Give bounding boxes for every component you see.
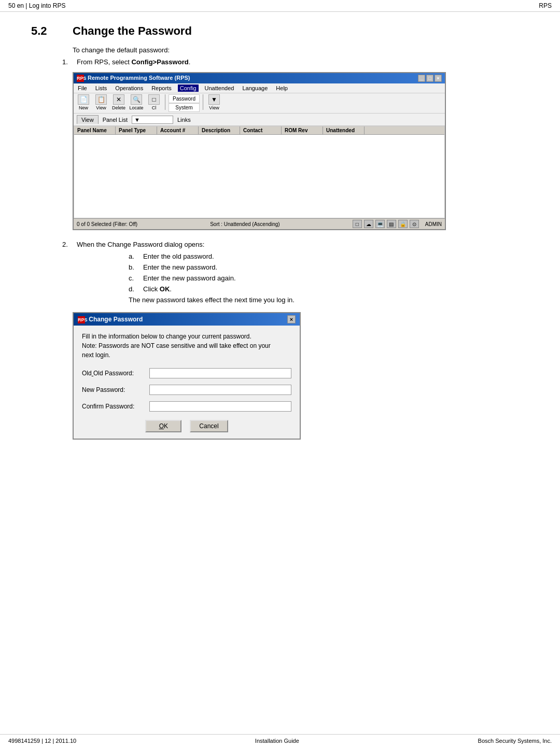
sub-step-c: c. Enter the new password again. bbox=[129, 274, 295, 282]
rps-menubar: File Lists Operations Reports Config Una… bbox=[74, 83, 445, 93]
toolbar-delete[interactable]: ✕ Delete bbox=[111, 94, 127, 110]
status-icon-4: ▤ bbox=[387, 220, 396, 228]
dialog-wrapper: RPS Change Password × Fill in the inform… bbox=[73, 312, 529, 440]
menu-language[interactable]: Language bbox=[240, 84, 270, 92]
dialog-body: Fill in the information below to change … bbox=[74, 326, 300, 439]
links-label: Links bbox=[177, 117, 191, 123]
sub-step-b-label: b. bbox=[129, 263, 139, 271]
col-panel-name: Panel Name bbox=[74, 126, 116, 134]
minimize-button[interactable]: _ bbox=[418, 75, 425, 82]
section-number: 5.2 bbox=[31, 24, 73, 38]
old-password-label: Old Old Password: bbox=[82, 370, 149, 377]
menu-file[interactable]: File bbox=[76, 84, 89, 92]
col-unattended: Unattended bbox=[323, 126, 365, 134]
toolbar-separator-2 bbox=[203, 94, 203, 110]
menu-config[interactable]: Config bbox=[178, 84, 199, 92]
step-2-num: 2. bbox=[62, 241, 73, 248]
old-password-field: Old Old Password: bbox=[82, 368, 291, 378]
sub-step-b-text: Enter the new password. bbox=[143, 263, 217, 271]
menu-lists[interactable]: Lists bbox=[93, 84, 109, 92]
status-icon-5: 🔒 bbox=[398, 220, 408, 228]
col-account: Account # bbox=[157, 126, 199, 134]
delete-icon: ✕ bbox=[113, 94, 124, 105]
toolbar-view-label: View bbox=[96, 105, 106, 110]
status-icon-6: ⊙ bbox=[410, 220, 419, 228]
toolbar-delete-label: Delete bbox=[112, 105, 125, 110]
section-header: 5.2 Change the Password bbox=[31, 24, 529, 38]
menu-operations[interactable]: Operations bbox=[113, 84, 145, 92]
rps-title: RPS Remote Programming Software (RPS) bbox=[77, 75, 190, 82]
maximize-button[interactable]: □ bbox=[426, 75, 433, 82]
toolbar-new-label: New bbox=[79, 105, 88, 110]
note-text: The new password takes effect the next t… bbox=[129, 296, 295, 304]
toolbar-view2[interactable]: ▼ View bbox=[206, 94, 222, 110]
main-content: 5.2 Change the Password To change the de… bbox=[0, 12, 560, 468]
rps-status-bar: 0 of 0 Selected (Filter: Off) Sort : Una… bbox=[74, 218, 445, 229]
toolbar-view[interactable]: 📋 View bbox=[93, 94, 109, 110]
step-2-content: When the Change Password dialog opens: a… bbox=[77, 241, 295, 304]
rps-icon: RPS bbox=[77, 75, 84, 82]
confirm-password-input[interactable] bbox=[149, 401, 291, 412]
view-icon: 📋 bbox=[95, 94, 107, 105]
col-description: Description bbox=[199, 126, 240, 134]
col-contact: Contact bbox=[240, 126, 282, 134]
view-dropdown[interactable]: ▼ bbox=[132, 116, 173, 124]
rps-table-header: Panel Name Panel Type Account # Descript… bbox=[74, 126, 444, 135]
new-password-input[interactable] bbox=[149, 385, 291, 395]
old-password-input[interactable] bbox=[149, 368, 291, 378]
toolbar-cl[interactable]: □ Cl bbox=[146, 94, 162, 110]
confirm-password-label: Confirm Password: bbox=[82, 403, 149, 410]
change-password-dialog: RPS Change Password × Fill in the inform… bbox=[73, 312, 301, 440]
dialog-icon: RPS bbox=[78, 316, 85, 323]
toolbar-new[interactable]: 📄 New bbox=[76, 94, 91, 110]
header-bar: 50 en | Log into RPS RPS bbox=[0, 0, 560, 12]
step-1-config-password: Config>Password bbox=[131, 58, 188, 66]
dialog-buttons: OK Cancel bbox=[82, 420, 291, 432]
status-selected: 0 of 0 Selected (Filter: Off) bbox=[77, 221, 137, 227]
toolbar-view2-label: View bbox=[209, 105, 219, 110]
toolbar-system-dropdown[interactable]: System bbox=[169, 103, 200, 112]
sub-step-a: a. Enter the old password. bbox=[129, 252, 295, 260]
step-1-text: From RPS, select Config>Password. bbox=[77, 58, 190, 66]
sub-step-d-text: Click OK. bbox=[143, 285, 172, 293]
footer-center: Installation Guide bbox=[255, 738, 299, 744]
close-button[interactable]: × bbox=[435, 75, 442, 82]
rps-table-body bbox=[74, 135, 444, 218]
dialog-title: RPS Change Password bbox=[78, 316, 143, 323]
panel-list-label: Panel List bbox=[103, 117, 128, 123]
cancel-button[interactable]: Cancel bbox=[190, 420, 228, 432]
sub-step-b: b. Enter the new password. bbox=[129, 263, 295, 271]
footer-left: 4998141259 | 12 | 2011.10 bbox=[8, 738, 76, 744]
step-1: 1. From RPS, select Config>Password. bbox=[62, 58, 529, 66]
toolbar-locate-label: Locate bbox=[129, 105, 143, 110]
menu-unattended[interactable]: Unattended bbox=[203, 84, 236, 92]
sub-step-d-label: d. bbox=[129, 285, 139, 293]
toolbar-cl-label: Cl bbox=[152, 105, 157, 110]
rps-titlebar: RPS Remote Programming Software (RPS) _ … bbox=[74, 73, 445, 83]
footer-right: Bosch Security Systems, Inc. bbox=[478, 738, 552, 744]
menu-help[interactable]: Help bbox=[274, 84, 290, 92]
ok-reference: OK bbox=[160, 285, 170, 293]
dialog-close-button[interactable]: × bbox=[287, 315, 296, 323]
toolbar-password-dropdown[interactable]: Password bbox=[169, 94, 200, 103]
menu-reports[interactable]: Reports bbox=[149, 84, 174, 92]
cl-icon: □ bbox=[148, 94, 160, 105]
status-sort: Sort : Unattended (Ascending) bbox=[210, 221, 280, 227]
rps-view-bar: View Panel List ▼ Links bbox=[74, 114, 445, 126]
status-icon-1: □ bbox=[353, 220, 362, 228]
toolbar-locate[interactable]: 🔍 Locate bbox=[129, 94, 144, 110]
sub-step-a-text: Enter the old password. bbox=[143, 252, 214, 260]
step-2-text: When the Change Password dialog opens: bbox=[77, 241, 295, 248]
col-panel-type: Panel Type bbox=[116, 126, 157, 134]
toolbar-separator-1 bbox=[165, 94, 165, 110]
ok-button[interactable]: OK bbox=[145, 420, 181, 432]
sub-step-c-label: c. bbox=[129, 274, 139, 282]
view2-icon: ▼ bbox=[208, 94, 220, 105]
header-left: 50 en | Log into RPS bbox=[8, 2, 66, 9]
col-rom-rev: ROM Rev bbox=[282, 126, 323, 134]
sub-step-d: d. Click OK. bbox=[129, 285, 295, 293]
header-right: RPS bbox=[539, 2, 552, 9]
status-admin: ADMIN bbox=[425, 221, 442, 227]
sub-step-c-text: Enter the new password again. bbox=[143, 274, 236, 282]
view-tab[interactable]: View bbox=[77, 115, 99, 124]
